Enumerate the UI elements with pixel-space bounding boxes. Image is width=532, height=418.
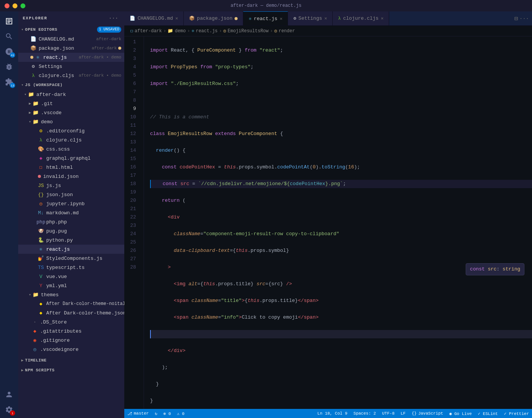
css-file[interactable]: 🎨 css.scss [18, 145, 124, 154]
php-file[interactable]: php php.php [18, 217, 124, 226]
git-branch-status[interactable]: ⎇ master [124, 409, 152, 418]
errors-status[interactable]: ⊗ 0 [160, 409, 174, 418]
tab-package[interactable]: 📦 package.json [184, 11, 244, 25]
tab-split-icon[interactable]: ⊟ [514, 15, 518, 22]
eol-status[interactable]: LF [397, 411, 408, 416]
code-content[interactable]: import React, { PureComponent } from "re… [144, 36, 532, 409]
npm-label: NPM SCRIPTS [25, 368, 55, 372]
activity-extensions-icon[interactable]: 13 [2, 75, 16, 89]
activity-settings-icon[interactable]: 1 [2, 403, 16, 416]
sidebar-menu-icon[interactable]: ··· [107, 14, 120, 22]
close-button[interactable] [5, 3, 9, 8]
language-status[interactable]: {} JavaScript [408, 411, 446, 416]
minimize-button[interactable] [13, 3, 17, 8]
activity-account-icon[interactable] [2, 388, 16, 401]
js-file[interactable]: JS js.js [18, 181, 124, 190]
activity-git-icon[interactable]: 41 [2, 45, 16, 58]
gitattributes-file[interactable]: ◆ .gitattributes [18, 327, 124, 336]
breadcrumb-class[interactable]: ◎ EmojiResultsRow [224, 28, 269, 34]
open-editor-react[interactable]: ⚛ react.js after-dark • demo [18, 53, 124, 62]
breadcrumb-demo[interactable]: 📁 demo [167, 28, 186, 34]
root-folder[interactable]: ▾ 📁 after-dark [18, 90, 124, 99]
ts-file[interactable]: TS typescript.ts [18, 263, 124, 272]
graphql-file[interactable]: ◈ graphql.graphql [18, 154, 124, 163]
jupyter-icon: ◎ [38, 201, 44, 207]
warnings-text: ⚠ 0 [177, 411, 185, 416]
md-icon: 📄 [30, 36, 36, 42]
vscode-folder[interactable]: ▶ 📁 .vscode [18, 108, 124, 117]
clojure-file[interactable]: λ clojure.cljs [18, 135, 124, 145]
line-col-status[interactable]: Ln 18, Col 9 [315, 411, 350, 416]
file-name: vue.vue [46, 274, 121, 280]
code-editor[interactable]: 12345 678910 1112131415 1617181920 21222… [124, 36, 532, 409]
timeline-section[interactable]: ▶ TIMELINE [18, 355, 124, 365]
html-file[interactable]: ◻ html.html [18, 163, 124, 172]
file-name: clojure.cljs [46, 137, 121, 143]
eslint-status[interactable]: ✓ ESLint [475, 411, 501, 416]
breadcrumb-icon: ⚛ [191, 28, 194, 34]
jupyter-file[interactable]: ◎ jupyter.ipynb [18, 199, 124, 208]
warnings-status[interactable]: ⚠ 0 [174, 409, 188, 418]
eslint-text: ✓ ESLint [478, 411, 498, 416]
tab-close-icon[interactable]: ✕ [381, 16, 383, 21]
python-file[interactable]: 🐍 python.py [18, 236, 124, 245]
breadcrumb-root[interactable]: ◻ after-dark [130, 28, 162, 34]
activity-explorer-icon[interactable] [2, 14, 16, 28]
tab-actions: ⊟ ··· [511, 11, 532, 25]
open-editor-clojure[interactable]: λ clojure.cljs after-dark • demo [18, 71, 124, 80]
file-name: After Dark-color-theme-noitalic.j... [46, 301, 124, 306]
code-line-21: } [150, 380, 532, 388]
file-name: yml.yml [46, 283, 121, 289]
tab-close-icon[interactable]: ✕ [175, 16, 178, 21]
gitignore-file[interactable]: ◉ .gitignore [18, 336, 124, 345]
spaces-status[interactable]: Spaces: 2 [350, 411, 379, 416]
pug-file[interactable]: 🐶 pug.pug [18, 226, 124, 236]
tab-more-icon[interactable]: ··· [519, 16, 529, 22]
breadcrumb-file[interactable]: ⚛ react.js [191, 28, 217, 34]
open-editor-package[interactable]: 📦 package.json after-dark [18, 44, 124, 53]
editorconfig-file[interactable]: ⚙ .editorconfig [18, 126, 124, 135]
go-live-status[interactable]: ◉ Go Live [446, 411, 475, 416]
demo-folder[interactable]: ▾ 📁 demo [18, 117, 124, 126]
invalid-json-file[interactable]: invalid.json [18, 172, 124, 181]
markdown-file[interactable]: M↓ markdown.md [18, 208, 124, 217]
folder-name: after-dark [36, 92, 66, 97]
breadcrumb-method[interactable]: ◎ render [274, 28, 295, 34]
encoding-status[interactable]: UTF-8 [379, 411, 397, 416]
yml-file[interactable]: Y yml.yml [18, 281, 124, 290]
tab-settings[interactable]: ⚙ Settings ✕ [288, 11, 333, 25]
js-icon: JS [38, 182, 44, 189]
file-name: html.html [46, 165, 121, 170]
open-editor-settings[interactable]: ⚙ Settings [18, 62, 124, 71]
file-desc: after-dark • demo [79, 73, 121, 78]
prettier-text: ✓ Prettier [504, 411, 529, 416]
git-icon: ⎇ [127, 411, 132, 416]
themes-folder[interactable]: ▾ 📁 themes [18, 290, 124, 299]
prettier-status[interactable]: ✓ Prettier [501, 411, 532, 416]
sidebar-actions: ··· [107, 14, 120, 22]
open-editors-section[interactable]: ▾ OPEN EDITORS 1 UNSAVED [18, 25, 124, 35]
tab-react[interactable]: ⚛ react.js ✕ [243, 11, 288, 25]
npm-scripts-section[interactable]: ▶ NPM SCRIPTS [18, 365, 124, 375]
tab-clojure[interactable]: λ clojure.cljs ✕ [333, 11, 389, 25]
file-name: react.js [43, 55, 77, 60]
git-folder[interactable]: ▶ 📁 .git [18, 99, 124, 108]
vscodeignore-file[interactable]: ◎ .vscodeignore [18, 345, 124, 354]
tab-changelog[interactable]: 📄 CHANGELOG.md ✕ [124, 11, 184, 25]
open-editor-changelog[interactable]: 📄 CHANGELOG.md after-dark [18, 35, 124, 44]
activity-bar: 41 13 1 [0, 11, 18, 418]
sync-status[interactable]: ↻ [152, 409, 161, 418]
maximize-button[interactable] [20, 3, 25, 8]
ds-store-file[interactable]: · .DS_Store [18, 317, 124, 327]
tab-close-icon[interactable]: ✕ [324, 16, 327, 21]
activity-debug-icon[interactable] [2, 60, 16, 74]
theme-noitalic-file[interactable]: ◆ After Dark-color-theme-noitalic.j... [18, 299, 124, 308]
json-file[interactable]: {} json.json [18, 190, 124, 199]
react-file[interactable]: ⚛ react.js [18, 245, 124, 254]
tab-close-icon[interactable]: ✕ [280, 16, 282, 22]
theme-file[interactable]: ◆ After Dark-color-theme.json [18, 308, 124, 317]
workspace-section[interactable]: ▾ JS (WORKSPACE) [18, 80, 124, 90]
styled-file[interactable]: 💅 StyledComponents.js [18, 254, 124, 263]
vue-file[interactable]: V vue.vue [18, 272, 124, 281]
activity-search-icon[interactable] [2, 30, 16, 43]
